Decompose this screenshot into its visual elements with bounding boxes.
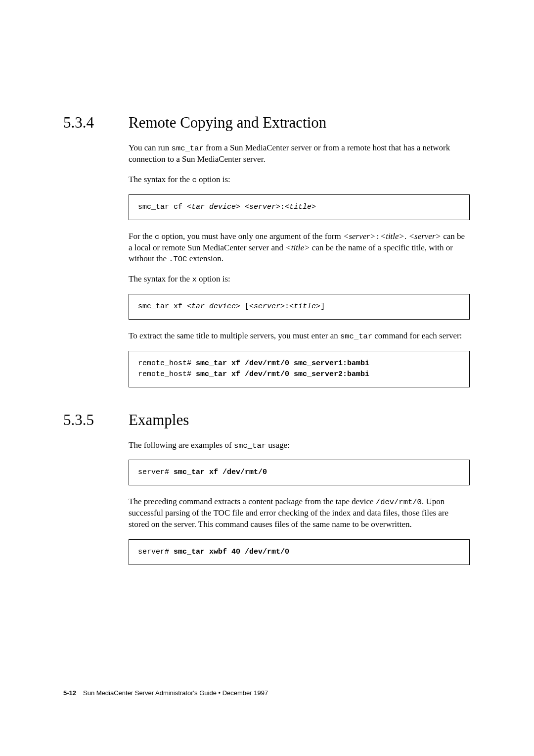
para-534-3: For the c option, you must have only one… [129, 231, 470, 265]
code-inline: x [192, 275, 196, 284]
footer-text: Sun MediaCenter Server Administrator's G… [83, 689, 268, 697]
code-block-multi-server: remote_host# smc_tar xf /dev/rmt/0 smc_s… [129, 351, 470, 387]
section-number-535: 5.3.5 [63, 411, 129, 429]
code-inline: c [155, 233, 159, 241]
page-number: 5-12 [63, 689, 76, 697]
para-534-1: You can run smc_tar from a Sun MediaCent… [129, 142, 470, 165]
code-block-x-syntax: smc_tar xf <tar device> [<server>:<title… [129, 294, 470, 320]
para-534-4: The syntax for the x option is: [129, 274, 470, 285]
code-inline: smc_tar [234, 441, 266, 450]
section-title-535: Examples [129, 411, 189, 429]
section-535-body: The following are examples of smc_tar us… [129, 440, 470, 565]
code-inline: smc_tar [340, 332, 372, 341]
code-block-example-2: server# smc_tar xwbf 40 /dev/rmt/0 [129, 539, 470, 565]
code-inline: c [192, 176, 196, 185]
code-inline: /dev/rmt/0 [376, 498, 422, 507]
para-534-5: To extract the same title to multiple se… [129, 331, 470, 342]
code-block-c-syntax: smc_tar cf <tar device> <server>:<title> [129, 194, 470, 220]
section-535-heading: 5.3.5 Examples [63, 411, 470, 429]
page-content: 5.3.4 Remote Copying and Extraction You … [0, 0, 534, 565]
para-535-1: The following are examples of smc_tar us… [129, 440, 470, 451]
section-534-heading: 5.3.4 Remote Copying and Extraction [63, 114, 470, 132]
para-534-2: The syntax for the c option is: [129, 174, 470, 186]
section-title-534: Remote Copying and Extraction [129, 114, 326, 132]
section-number-534: 5.3.4 [63, 114, 129, 132]
section-534-body: You can run smc_tar from a Sun MediaCent… [129, 142, 470, 387]
code-inline: smc_tar [172, 144, 204, 153]
para-535-2: The preceding command extracts a content… [129, 496, 470, 530]
code-block-example-1: server# smc_tar xf /dev/rmt/0 [129, 460, 470, 485]
page-footer: 5-12Sun MediaCenter Server Administrator… [63, 689, 268, 697]
code-inline: .TOC [169, 255, 187, 264]
